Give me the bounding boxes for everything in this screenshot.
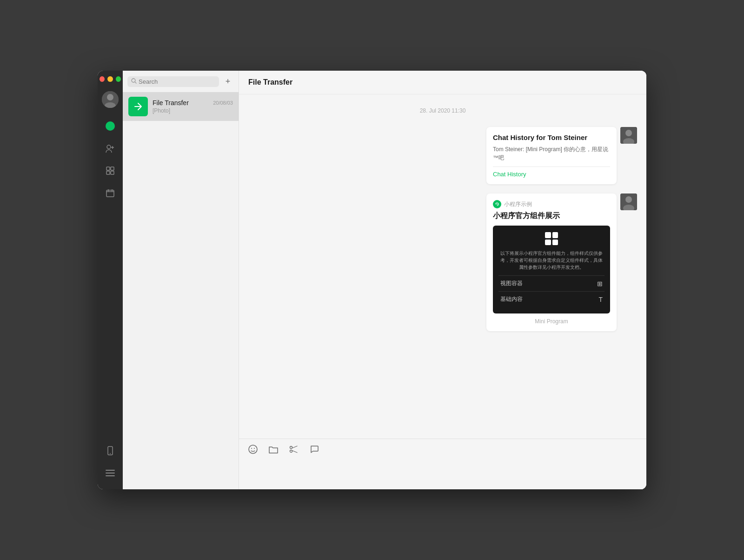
svg-line-31 [292, 451, 297, 453]
chat-header: File Transfer [239, 71, 646, 94]
grid-cell-2 [552, 232, 558, 238]
sidebar-item-menu[interactable] [102, 465, 119, 482]
mini-prog-header: 小程序示例 [493, 200, 610, 208]
svg-point-25 [249, 445, 257, 453]
search-input-wrap[interactable] [127, 76, 219, 87]
mini-prog-preview-box: 以下将展示小程序官方组件能力，组件样式仅供参考，开发者可根据自身需求自定义组件样… [493, 226, 610, 313]
svg-point-15 [132, 79, 135, 82]
svg-line-30 [292, 446, 297, 448]
chat-history-divider [493, 167, 610, 167]
chats-icon [105, 121, 115, 133]
sidebar-item-discover[interactable] [102, 163, 119, 180]
scissors-button[interactable] [287, 443, 300, 456]
message-avatar-2 [620, 193, 637, 210]
mini-prog-footer: Mini Program [493, 318, 610, 325]
mini-prog-row-2-label: 基础内容 [500, 295, 523, 303]
chat-messages: 28. Jul 2020 11:30 Chat History for Tom … [239, 94, 646, 439]
mini-prog-title: 小程序官方组件展示 [493, 211, 610, 221]
chat-input-toolbar [239, 439, 646, 460]
menu-icon [105, 469, 115, 478]
grid-cell-3 [545, 240, 551, 246]
avatar-image [102, 91, 119, 108]
chat-avatar [128, 97, 148, 116]
message-row: Chat History for Tom Steiner Tom Steiner… [248, 127, 637, 184]
chat-history-card[interactable]: Chat History for Tom Steiner Tom Steiner… [486, 127, 617, 184]
svg-point-21 [497, 204, 498, 205]
message-row-mini-prog: 小程序示例 小程序官方组件展示 以下将展示小程序官方组件能力，组 [248, 193, 637, 331]
chat-bubble-button[interactable] [308, 443, 321, 456]
mini-prog-row-2-icon: T [598, 296, 603, 303]
svg-rect-6 [111, 167, 114, 170]
maximize-button[interactable] [116, 76, 121, 82]
mini-prog-row-1-label: 视图容器 [500, 280, 523, 287]
chat-preview: [Photo] [153, 107, 233, 114]
svg-rect-8 [111, 171, 114, 174]
add-button[interactable]: + [222, 75, 234, 87]
svg-rect-7 [106, 171, 110, 174]
mini-program-card[interactable]: 小程序示例 小程序官方组件展示 以下将展示小程序官方组件能力，组 [486, 193, 617, 331]
search-bar: + [123, 71, 239, 92]
date-divider: 28. Jul 2020 11:30 [248, 107, 637, 114]
svg-point-18 [625, 130, 632, 136]
svg-point-1 [107, 94, 113, 100]
search-icon [131, 78, 137, 85]
files-icon [105, 188, 115, 200]
sidebar-item-phone[interactable] [102, 443, 119, 460]
svg-point-4 [107, 145, 111, 149]
emoji-button[interactable] [246, 443, 259, 456]
search-input[interactable] [139, 78, 215, 85]
chat-time: 20/08/03 [213, 100, 233, 106]
chat-name: File Transfer [153, 99, 189, 107]
chat-history-preview: Tom Steiner: [Mini Program] 你的心意，用星说™吧 [493, 145, 610, 162]
chat-main: File Transfer 28. Jul 2020 11:30 Chat Hi… [239, 71, 646, 489]
chat-text-input[interactable] [239, 460, 646, 487]
message-avatar-image-2 [620, 193, 637, 210]
mini-prog-row-1[interactable]: 视图容器 ⊞ [498, 275, 604, 291]
sidebar-narrow [98, 71, 123, 489]
chat-info: File Transfer 20/08/03 [Photo] [153, 99, 233, 114]
svg-point-23 [625, 196, 632, 203]
window-controls [98, 76, 123, 82]
sidebar-item-files[interactable] [102, 185, 119, 202]
message-avatar-image [620, 127, 637, 144]
svg-rect-9 [106, 190, 114, 197]
grid-icon [545, 232, 558, 245]
grid-cell-4 [552, 240, 558, 246]
message-avatar [620, 127, 637, 144]
mini-prog-row-1-icon: ⊞ [597, 280, 603, 287]
phone-icon [105, 446, 115, 457]
folder-button[interactable] [267, 443, 280, 456]
chat-name-row: File Transfer 20/08/03 [153, 99, 233, 107]
svg-line-16 [135, 82, 137, 83]
avatar[interactable] [102, 91, 119, 108]
mini-prog-source-icon [493, 200, 501, 208]
discover-icon [105, 166, 115, 177]
svg-point-11 [110, 453, 111, 454]
grid-cell-1 [545, 232, 551, 238]
sidebar-item-contacts[interactable] [102, 140, 119, 157]
svg-point-26 [251, 448, 252, 449]
close-button[interactable] [100, 76, 105, 82]
svg-point-3 [106, 121, 115, 131]
mini-prog-row-2[interactable]: 基础内容 T [498, 291, 604, 307]
mini-prog-preview-icon [498, 232, 604, 245]
main-window: + File Transfer 20/08/03 [Photo] File Tr… [98, 71, 646, 489]
svg-rect-5 [106, 167, 110, 170]
chat-list-item[interactable]: File Transfer 20/08/03 [Photo] [123, 92, 239, 121]
mini-prog-source-name: 小程序示例 [504, 200, 532, 208]
sidebar-item-chats[interactable] [102, 118, 119, 135]
chat-header-title: File Transfer [248, 78, 292, 86]
contacts-icon [105, 143, 115, 155]
mini-prog-preview-text: 以下将展示小程序官方组件能力，组件样式仅供参考，开发者可根据自身需求自定义组件样… [498, 250, 604, 271]
chat-input-area [239, 439, 646, 489]
minimize-button[interactable] [107, 76, 113, 82]
chat-history-title: Chat History for Tom Steiner [493, 133, 610, 141]
chat-history-link[interactable]: Chat History [493, 171, 610, 178]
svg-point-27 [254, 448, 255, 449]
chat-list-panel: + File Transfer 20/08/03 [Photo] [123, 71, 239, 489]
